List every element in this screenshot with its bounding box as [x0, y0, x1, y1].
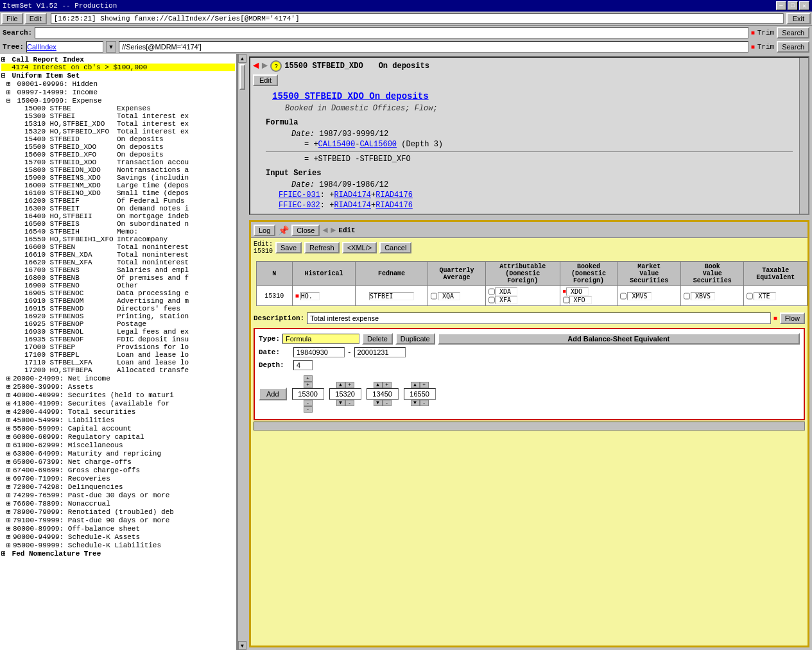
group-67400[interactable]: ⊞67400-69699: Gross charge-offs: [6, 466, 235, 474]
riad4176-link1[interactable]: RIAD4176: [376, 191, 413, 200]
expander-00001[interactable]: ⊞: [6, 80, 13, 88]
scroll-down-arrow[interactable]: ▼: [238, 641, 246, 650]
expander-uniform[interactable]: ⊟: [1, 71, 8, 80]
expander-call-report[interactable]: ⊞: [1, 55, 8, 64]
num-input-16550[interactable]: [404, 388, 436, 400]
leaf-16900[interactable]: 16900 STFBENOOther: [14, 282, 235, 289]
ffiec031-label[interactable]: FFIEC-031: [279, 191, 320, 200]
nav-back-arrow[interactable]: ◄: [253, 60, 259, 72]
group-79100[interactable]: ⊞79100-79999: Past-due 90 days or more: [6, 516, 235, 524]
leaf-16700[interactable]: 16700 STFBENSSalaries and empl: [14, 266, 235, 274]
group-15000[interactable]: ⊟ 15000-19999: Expense: [6, 96, 235, 105]
num-up-16550[interactable]: ▲: [411, 382, 420, 388]
close-button[interactable]: Close: [291, 225, 320, 236]
book-input[interactable]: [691, 292, 715, 300]
num-up-15300[interactable]: +: [304, 375, 313, 382]
leaf-16920[interactable]: 16920 STFBENOSPrinting, station: [14, 312, 235, 320]
leaf-16550[interactable]: 16550 HO,STFBEIH1_XFOIntracompany: [14, 235, 235, 243]
leaf-16800[interactable]: 16800 STFBENBOf premises and f: [14, 274, 235, 282]
detail-title-link[interactable]: 15500 STFBEID_XDO On deposits: [272, 91, 806, 101]
description-input[interactable]: [307, 312, 771, 324]
group-78900[interactable]: ⊞78900-79099: Renotiated (troubled) deb: [6, 508, 235, 516]
leaf-15600[interactable]: 15600 STFBEID_XFOOn deposits: [14, 151, 235, 158]
leaf-17000[interactable]: 17000 STFBEPProvisions for lo: [14, 343, 235, 351]
group-55000[interactable]: ⊞55000-59999: Capital account: [6, 424, 235, 432]
ffiec032-label[interactable]: FFIEC-032: [279, 201, 320, 210]
leaf-15800[interactable]: 15800 STFBEIDN_XDONontransactions a: [14, 166, 235, 174]
group-25000[interactable]: ⊞25000-39999: Assets: [6, 382, 235, 391]
tree-path-input[interactable]: [119, 41, 748, 53]
group-90000[interactable]: ⊞90000-94999: Schedule-K Assets: [6, 533, 235, 541]
fedname-input[interactable]: [369, 292, 414, 300]
market-input[interactable]: [627, 292, 652, 300]
taxable-input[interactable]: [754, 292, 776, 300]
num-minus-15320[interactable]: ▼: [336, 400, 345, 406]
leaf-16610[interactable]: 16610 STFBEN_XDATotal noninterest: [14, 251, 235, 259]
cal15600-link[interactable]: CAL15600: [359, 140, 397, 149]
group-45000[interactable]: ⊞45000-54999: Liabilities: [6, 416, 235, 424]
leaf-17110[interactable]: 17110 STFBEL_XFALoan and lease lo: [14, 359, 235, 366]
cancel-button[interactable]: Cancel: [379, 242, 411, 253]
nav-forward-arrow[interactable]: ►: [262, 60, 268, 72]
group-09997[interactable]: ⊞ 09997-14999: Income: [6, 88, 235, 96]
file-menu[interactable]: File: [1, 13, 23, 24]
group-60000[interactable]: ⊞60000-60999: Regulatory capital: [6, 432, 235, 441]
leaf-16905[interactable]: 16905 STFBENOCData processing e: [14, 289, 235, 297]
scroll-up-arrow[interactable]: ▲: [238, 54, 246, 63]
edit-nav-forward[interactable]: ►: [331, 225, 336, 235]
group-65000[interactable]: ⊞65000-67399: Net charge-offs: [6, 458, 235, 466]
leaf-16540[interactable]: 16540 STFBEIHMemo:: [14, 228, 235, 235]
tree-section-call-report[interactable]: ⊞ Call Report Index: [1, 55, 235, 64]
edit-nav-back[interactable]: ◄: [322, 225, 327, 235]
group-95000[interactable]: ⊞95000-99999: Schedule-K Liabilities: [6, 541, 235, 549]
leaf-16910[interactable]: 16910 STFBENOMAdvertising and m: [14, 297, 235, 305]
bottom-scrollbar[interactable]: [254, 422, 805, 431]
attr-dom-check[interactable]: [488, 287, 495, 296]
leaf-15500[interactable]: 15500 STFBEID_XDOOn deposits: [14, 143, 235, 151]
num-plus2-15320[interactable]: +: [345, 382, 354, 388]
date-to-input[interactable]: [354, 347, 406, 357]
date-from-input[interactable]: [293, 347, 345, 357]
attr-for-check[interactable]: [488, 296, 495, 304]
num-plus-13450[interactable]: +: [383, 382, 392, 388]
leaf-15310[interactable]: 15310 HO,STFBEI_XDOTotal interest ex: [14, 120, 235, 128]
search-button[interactable]: Search: [777, 27, 809, 38]
help-button[interactable]: ?: [270, 60, 282, 72]
leaf-16300[interactable]: 16300 STFBEITOn demand notes i: [14, 205, 235, 212]
group-41000[interactable]: ⊞41000-41999: Securites (available for: [6, 399, 235, 407]
leaf-15400[interactable]: 15400 STFBEIDOn deposits: [14, 135, 235, 143]
group-80000[interactable]: ⊞80000-89999: Off-balance sheet: [6, 524, 235, 533]
leaf-16915[interactable]: 16915 STFBENODDirectors' fees: [14, 305, 235, 312]
leaf-15300[interactable]: 15300 STFBEITotal interest ex: [14, 112, 235, 120]
expander-fed[interactable]: ⊞: [1, 549, 8, 558]
tree-search-button[interactable]: Search: [777, 41, 809, 53]
num-down-15300[interactable]: -: [304, 406, 313, 413]
leaf-16500[interactable]: 16500 STFBEISOn subordinated n: [14, 220, 235, 228]
booked-for-check[interactable]: [563, 296, 569, 304]
leaf-16000[interactable]: 16000 STFBEINM_XDOLarge time (depos: [14, 182, 235, 189]
num-down-15320[interactable]: -: [345, 400, 354, 406]
attr-dom-input[interactable]: [495, 287, 517, 296]
ho-input[interactable]: [300, 292, 320, 300]
xml-button[interactable]: <XML/>: [342, 242, 377, 253]
cal15400-link[interactable]: CAL15400: [318, 140, 356, 149]
taxable-checkbox[interactable]: [747, 292, 753, 300]
num-down-16550[interactable]: -: [420, 400, 429, 406]
save-button[interactable]: Save: [275, 242, 302, 253]
booked-dom-input[interactable]: [566, 287, 589, 296]
leaf-16600[interactable]: 16600 STFBENTotal noninterest: [14, 243, 235, 251]
tree-section-uniform[interactable]: ⊟ Uniform Item Set: [1, 71, 235, 80]
num-up-15320[interactable]: ▲: [336, 382, 345, 388]
detail-scrollbar[interactable]: [799, 58, 808, 214]
duplicate-button[interactable]: Duplicate: [395, 333, 435, 345]
leaf-17200[interactable]: 17200 HO,STFBEPAAllocated transfe: [14, 366, 235, 374]
quarterly-checkbox[interactable]: [431, 292, 437, 300]
leaf-16935[interactable]: 16935 STFBENOFFDIC deposit insu: [14, 336, 235, 343]
group-74299[interactable]: ⊞74299-76599: Past-due 30 days or more: [6, 491, 235, 499]
group-20000[interactable]: ⊞20000-24999: Net income: [6, 374, 235, 382]
booked-for-input[interactable]: [569, 296, 592, 304]
scroll-thumb[interactable]: [239, 64, 245, 90]
depth-input[interactable]: [293, 360, 313, 370]
group-40000[interactable]: ⊞40000-40999: Securites (held to maturi: [6, 391, 235, 399]
num-plus-15300[interactable]: +: [304, 382, 313, 388]
